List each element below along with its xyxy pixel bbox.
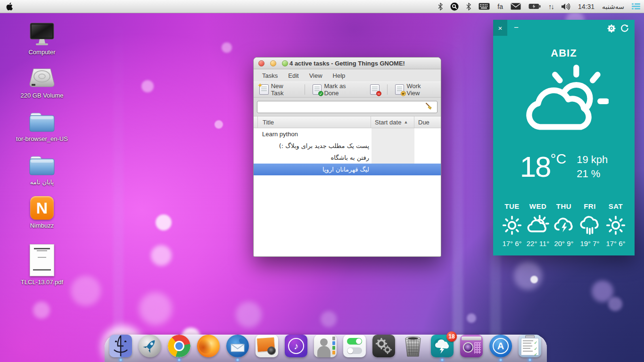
bokeh — [467, 313, 476, 323]
harddisk-icon — [29, 63, 55, 90]
desktop-icon-nimbuzz[interactable]: N Nimbuzz — [30, 193, 54, 229]
bokeh — [236, 302, 262, 328]
photos-icon — [256, 335, 278, 357]
task-row[interactable]: پست یک مطلب جدید برای وبلاگ :) — [254, 140, 441, 152]
language-indicator[interactable]: fa — [497, 3, 503, 10]
weather-close-button[interactable]: × — [493, 20, 507, 36]
desktop-icon-label: Computer — [28, 49, 55, 56]
dock-item-app-store[interactable]: A — [489, 335, 512, 357]
running-indicator — [441, 359, 444, 361]
mail-icon[interactable] — [511, 3, 521, 10]
menu-view[interactable]: View — [305, 71, 327, 81]
forecast-day: WED 22° 11° — [526, 202, 550, 247]
desktop-icons: Computer 220 GB Volume tor-browser_en-US… — [16, 20, 68, 293]
nimbuzz-letter: N — [36, 199, 48, 217]
volume-icon[interactable] — [561, 3, 570, 10]
keyboard-layout-icon[interactable] — [479, 3, 490, 10]
work-view-icon: ☛ — [395, 84, 405, 95]
weekday-label[interactable]: سه‌شنبه — [602, 3, 624, 10]
dock-item-preferences[interactable] — [343, 335, 366, 357]
dock-item-finder[interactable] — [109, 335, 132, 357]
apple-menu-icon[interactable] — [6, 2, 13, 11]
gtg-search-row — [254, 98, 441, 116]
folder-icon — [29, 150, 55, 176]
dock-item-chrome[interactable] — [168, 335, 190, 357]
forecast-day: FRI 19° 7° — [578, 202, 602, 247]
new-task-icon: ✦ — [259, 84, 269, 95]
column-header-title[interactable]: Title — [257, 116, 371, 128]
new-task-label: New Task — [271, 82, 297, 97]
forecast-weather-icon — [502, 214, 522, 237]
dock-item-contacts[interactable] — [314, 335, 337, 357]
forecast-day: THU 20° 9° — [552, 202, 576, 247]
temperature: 18°C — [520, 150, 567, 183]
bluetooth-icon[interactable] — [466, 3, 471, 10]
media-player-icon — [460, 335, 483, 357]
menu-tasks[interactable]: Tasks — [257, 71, 282, 81]
contacts-icon — [314, 335, 337, 357]
bokeh — [139, 292, 172, 325]
desktop-icon-volume[interactable]: 220 GB Volume — [20, 63, 63, 99]
gtg-titlebar[interactable]: 4 active tasks - Getting Things GNOME! — [254, 58, 441, 69]
bluetooth-icon[interactable] — [438, 3, 443, 10]
dock-item-trash[interactable] — [402, 335, 424, 357]
wallpaper-streak — [453, 13, 463, 362]
mark-as-done-button[interactable]: ✓ Mark as Done — [310, 81, 364, 98]
work-view-label: Work View — [406, 82, 435, 97]
desktop-icon-tor-browser[interactable]: tor-browser_en-US — [16, 107, 68, 142]
desktop-icon-thesis-folder[interactable]: پایان نامه — [29, 150, 55, 186]
quick-add-input[interactable] — [257, 101, 438, 113]
column-header-due[interactable]: Due — [414, 116, 441, 128]
refresh-icon[interactable] — [620, 24, 629, 34]
weather-minimize-button[interactable]: − — [509, 20, 523, 36]
search-icon[interactable] — [450, 2, 459, 11]
preferences-toggles-icon — [343, 335, 366, 357]
dock-item-photos[interactable] — [256, 335, 278, 357]
dock-item-firefox[interactable] — [197, 335, 220, 357]
task-list: Learn python پست یک مطلب جدید برای وبلاگ… — [254, 128, 441, 245]
bokeh — [215, 120, 223, 129]
bokeh — [33, 302, 50, 319]
gtg-window: 4 active tasks - Getting Things GNOME! T… — [253, 57, 441, 257]
toolbar-separator — [305, 84, 305, 95]
nimbuzz-icon: N — [30, 196, 54, 220]
app-store-icon: A — [489, 335, 512, 357]
task-row[interactable]: رفتن به باشگاه — [254, 152, 441, 164]
desktop-icon-label: TLCL-13.07.pdf — [21, 279, 63, 286]
network-traffic-icon[interactable]: ↑↓ — [548, 2, 553, 10]
thunderbird-icon — [226, 335, 249, 357]
weather-widget: × − ABIZ 18°C 19 kph 21 % TUE — [493, 20, 635, 255]
wind-speed: 19 kph — [577, 153, 608, 167]
dismiss-task-button[interactable]: − — [367, 83, 382, 96]
task-row[interactable]: لیگ قهرمانان اروپا — [254, 164, 441, 175]
dock-item-thunderbird[interactable] — [226, 335, 249, 357]
clock[interactable]: 14:31 — [578, 3, 594, 10]
dock-item-utilities[interactable] — [372, 335, 395, 357]
column-header-start-date[interactable]: Start date ▲ — [371, 116, 414, 128]
firefox-icon — [197, 335, 220, 357]
dock-item-music[interactable]: ♪ — [285, 335, 307, 357]
dock-item-launchpad[interactable] — [139, 335, 161, 357]
work-view-button[interactable]: ☛ Work View — [392, 81, 438, 98]
menu-help[interactable]: Help — [328, 71, 350, 81]
session-menu-icon[interactable] — [632, 3, 640, 9]
desktop-icon-pdf[interactable]: TLCL-13.07.pdf — [21, 243, 63, 286]
desktop-icon-computer[interactable]: Computer — [28, 20, 55, 56]
battery-icon[interactable] — [528, 3, 541, 9]
clear-broom-icon[interactable] — [425, 102, 433, 112]
bokeh — [592, 280, 613, 302]
new-task-button[interactable]: ✦ New Task — [256, 81, 300, 98]
forecast-weather-icon — [579, 214, 600, 237]
toolbar-separator — [387, 84, 388, 95]
dock-item-media-player[interactable] — [460, 335, 483, 357]
settings-gear-icon[interactable] — [607, 24, 616, 34]
launchpad-rocket-icon — [139, 335, 161, 357]
bokeh — [608, 297, 622, 311]
bokeh — [151, 245, 172, 266]
task-row[interactable]: Learn python — [254, 128, 441, 140]
dock-item-tasks[interactable]: ✓ ✓ ✓ — [519, 335, 541, 357]
bokeh — [71, 276, 101, 306]
dock: ♪ 18 — [105, 335, 547, 362]
menu-edit[interactable]: Edit — [283, 71, 303, 81]
dock-item-weather[interactable]: 18 — [431, 335, 454, 357]
